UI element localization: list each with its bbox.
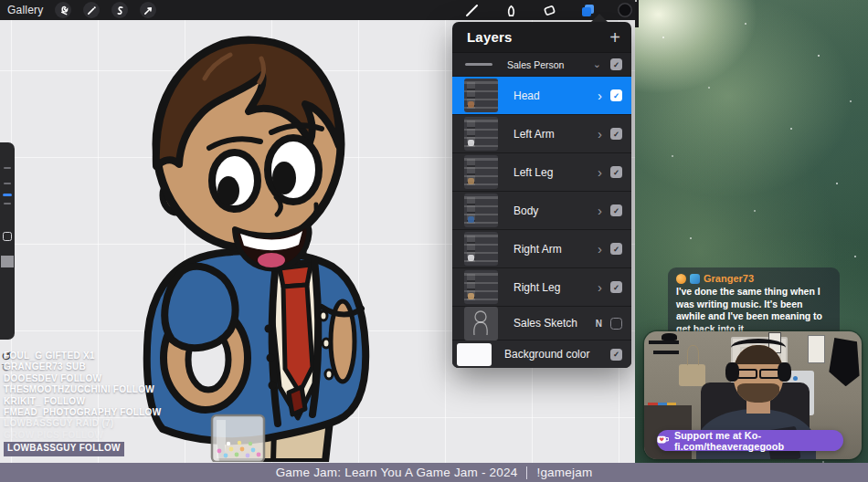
event-item: THESMOOTHZUCCHINI FOLLOW	[4, 384, 161, 395]
blend-mode-badge[interactable]: N	[596, 319, 602, 329]
visibility-checkbox[interactable]	[610, 318, 622, 330]
visibility-checkbox[interactable]	[610, 349, 622, 361]
chevron-right-icon[interactable]: ›	[598, 129, 602, 140]
chevron-right-icon[interactable]: ›	[598, 167, 602, 178]
event-item: GROW PICS FOLLOW	[4, 430, 161, 441]
selection-icon[interactable]	[111, 2, 128, 18]
visibility-checkbox[interactable]	[610, 243, 622, 255]
chat-text: I've done the same thing when I was writ…	[676, 286, 831, 335]
sprinkle-cup-drawing	[212, 415, 264, 462]
adjustments-wand-icon[interactable]	[83, 2, 100, 18]
wall-shelf	[649, 341, 679, 344]
gifter-badge-icon	[676, 274, 686, 284]
satchel-bag	[679, 364, 705, 386]
group-thumbnail	[465, 63, 492, 66]
layers-panel: Layers + Sales Person ⌄ Head › Left Arm …	[452, 22, 631, 368]
brush-icon[interactable]	[464, 2, 481, 18]
opacity-slider-handle[interactable]	[1, 256, 14, 267]
layer-name: Background color	[504, 348, 610, 361]
layer-thumbnail	[464, 232, 498, 266]
wall-shelf	[653, 351, 680, 354]
stream-title-bar: Game Jam: Learn You A Game Jam - 2024 !g…	[0, 463, 868, 482]
visibility-checkbox[interactable]	[610, 89, 622, 101]
chevron-right-icon[interactable]: ›	[598, 282, 602, 293]
layer-name: Body	[513, 204, 598, 217]
event-item: GRANGER73 SUB	[4, 362, 161, 372]
layers-title: Layers	[467, 29, 513, 45]
layer-thumbnail	[464, 79, 498, 112]
stream-command: !gamejam	[536, 466, 592, 479]
add-layer-button[interactable]: +	[609, 29, 620, 46]
layer-row-body[interactable]: Body ›	[452, 191, 631, 229]
kofi-banner: Support me at Ko-fi.com/theaveragegoob	[657, 430, 843, 451]
event-item-highlighted: LOWBASSGUY FOLLOW	[4, 442, 161, 456]
kofi-cup-icon	[657, 435, 669, 446]
layer-thumbnail	[464, 155, 498, 189]
layer-name: Right Arm	[513, 243, 598, 256]
webcam-view: Support me at Ko-fi.com/theaveragegoob	[644, 331, 862, 459]
smudge-finger-icon[interactable]	[503, 2, 519, 18]
stream-title: Game Jam: Learn You A Game Jam - 2024	[276, 466, 518, 479]
layer-thumbnail	[464, 270, 498, 304]
hanging-bag	[829, 338, 859, 386]
event-item: KRIKIT_ FOLLOW	[4, 396, 161, 407]
color-swatch-icon[interactable]	[618, 3, 632, 17]
event-item: DOOESDEV FOLLOW	[4, 373, 161, 384]
headphone-cup	[778, 362, 790, 382]
visibility-checkbox[interactable]	[610, 58, 622, 70]
layer-name: Right Leg	[513, 281, 598, 294]
background-color-swatch[interactable]	[457, 343, 492, 366]
chat-username: Granger73	[704, 273, 754, 284]
size-slider-handle[interactable]	[3, 194, 12, 196]
layer-row-head[interactable]: Head ›	[452, 76, 631, 114]
visibility-checkbox[interactable]	[610, 281, 622, 293]
layer-row-right-leg[interactable]: Right Leg ›	[452, 267, 631, 306]
nebula-stars	[635, 0, 637, 2]
layer-group-row[interactable]: Sales Person ⌄	[452, 52, 631, 76]
edge-notch	[635, 0, 639, 27]
procreate-toolbar: Gallery	[0, 0, 635, 20]
layer-row-left-leg[interactable]: Left Leg ›	[452, 152, 631, 191]
chevron-right-icon[interactable]: ›	[598, 90, 602, 101]
glasses	[736, 369, 780, 380]
chat-message: Granger73 I've done the same thing when …	[668, 267, 840, 341]
layer-name: Head	[513, 89, 598, 102]
subscriber-badge-icon	[690, 274, 700, 284]
eraser-icon[interactable]	[541, 2, 557, 18]
chevron-right-icon[interactable]: ›	[598, 205, 602, 216]
layer-row-right-arm[interactable]: Right Arm ›	[452, 229, 631, 267]
visibility-checkbox[interactable]	[610, 166, 622, 178]
visibility-checkbox[interactable]	[610, 204, 622, 216]
brush-sliders[interactable]	[0, 142, 15, 340]
visibility-checkbox[interactable]	[610, 128, 622, 140]
headphones-band	[731, 339, 786, 357]
wall-poster	[808, 335, 825, 363]
layers-panel-header: Layers +	[452, 22, 631, 52]
event-item: LOWBASSGUY RAID (7)	[4, 418, 161, 429]
actions-wrench-icon[interactable]	[55, 2, 71, 18]
modify-button[interactable]	[3, 232, 12, 241]
divider	[526, 466, 527, 479]
transform-arrow-icon[interactable]	[140, 2, 156, 18]
chevron-down-icon[interactable]: ⌄	[593, 58, 601, 70]
group-name: Sales Person	[507, 59, 593, 70]
gallery-button[interactable]: Gallery	[7, 4, 43, 16]
size-tick	[4, 183, 11, 184]
layer-row-left-arm[interactable]: Left Arm ›	[452, 114, 631, 152]
event-feed: FOUL_G GIFTED X1 GRANGER73 SUB DOOESDEV …	[4, 351, 161, 456]
size-tick	[4, 203, 11, 204]
event-item: FOUL_G GIFTED X1	[4, 351, 161, 362]
layer-name: Left Leg	[513, 166, 598, 179]
stream-overlay-column: Granger73 I've done the same thing when …	[635, 0, 868, 482]
layer-name: Sales Sketch	[513, 317, 596, 330]
chevron-right-icon[interactable]: ›	[598, 244, 602, 255]
headphone-cup	[725, 362, 738, 382]
layer-thumbnail	[464, 194, 498, 227]
layer-row-background-color[interactable]: Background color	[452, 340, 631, 368]
layer-thumbnail	[464, 307, 498, 341]
kofi-text: Support me at Ko-fi.com/theaveragegoob	[674, 430, 843, 452]
size-tick	[4, 167, 11, 169]
layer-row-sales-sketch[interactable]: Sales Sketch N	[452, 306, 631, 340]
layer-thumbnail	[464, 117, 498, 151]
procreate-app: Gallery	[0, 0, 635, 482]
